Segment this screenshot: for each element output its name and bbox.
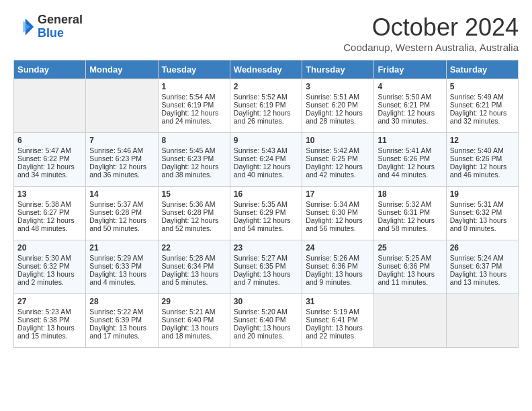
day-number: 16 [234,189,298,199]
day-info: Sunset: 6:25 PM [306,154,370,163]
calendar-week-row: 27Sunrise: 5:23 AMSunset: 6:38 PMDayligh… [14,294,519,348]
calendar-cell: 31Sunrise: 5:19 AMSunset: 6:41 PMDayligh… [302,294,374,348]
logo-icon [13,16,35,38]
day-info: Sunrise: 5:51 AM [306,93,370,101]
day-info: Sunset: 6:36 PM [378,262,442,270]
calendar-cell: 5Sunrise: 5:49 AMSunset: 6:21 PMDaylight… [446,79,518,133]
day-info: Sunset: 6:26 PM [450,154,515,163]
day-info: Daylight: 12 hours [89,216,154,224]
day-info: Daylight: 12 hours [162,109,226,117]
day-info: and 42 minutes. [306,171,370,179]
day-info: Daylight: 13 hours [89,270,154,278]
logo: General Blue [13,13,83,40]
day-info: Daylight: 12 hours [162,163,226,171]
day-info: Sunset: 6:40 PM [162,316,226,324]
day-info: Sunset: 6:22 PM [17,154,82,163]
day-info: Sunset: 6:28 PM [89,208,154,216]
calendar-table: SundayMondayTuesdayWednesdayThursdayFrid… [13,60,519,348]
calendar-cell: 2Sunrise: 5:52 AMSunset: 6:19 PMDaylight… [230,79,302,133]
calendar-cell: 23Sunrise: 5:27 AMSunset: 6:35 PMDayligh… [230,240,302,294]
day-info: Sunrise: 5:42 AM [306,146,370,154]
calendar-cell: 17Sunrise: 5:34 AMSunset: 6:30 PMDayligh… [302,187,374,240]
calendar-cell: 1Sunrise: 5:54 AMSunset: 6:19 PMDaylight… [158,79,230,133]
calendar-cell: 19Sunrise: 5:31 AMSunset: 6:32 PMDayligh… [446,187,518,240]
day-info: Sunrise: 5:52 AM [234,93,298,101]
day-number: 19 [450,189,515,199]
day-number: 26 [450,243,515,253]
day-info: and 28 minutes. [306,117,370,125]
calendar-cell: 7Sunrise: 5:46 AMSunset: 6:23 PMDaylight… [86,133,158,187]
day-info: Daylight: 12 hours [17,163,82,171]
calendar-cell: 6Sunrise: 5:47 AMSunset: 6:22 PMDaylight… [14,133,86,187]
calendar-cell: 13Sunrise: 5:38 AMSunset: 6:27 PMDayligh… [14,187,86,240]
calendar-cell: 30Sunrise: 5:20 AMSunset: 6:40 PMDayligh… [230,294,302,348]
day-info: Daylight: 13 hours [17,324,82,332]
day-info: Daylight: 12 hours [306,163,370,171]
day-number: 22 [162,243,226,253]
day-info: Sunrise: 5:20 AM [234,308,298,316]
day-number: 17 [306,189,370,199]
day-info: Sunset: 6:36 PM [306,262,370,270]
day-number: 4 [378,82,442,91]
day-info: Daylight: 13 hours [17,270,82,278]
title-block: October 2024 Coodanup, Western Australia… [343,13,519,53]
calendar-cell: 12Sunrise: 5:40 AMSunset: 6:26 PMDayligh… [446,133,518,187]
day-info: and 5 minutes. [162,278,226,286]
day-info: Sunrise: 5:49 AM [450,93,515,101]
day-number: 21 [89,243,154,253]
day-info: Sunset: 6:28 PM [162,208,226,216]
day-info: Sunset: 6:21 PM [378,101,442,109]
day-info: Sunrise: 5:50 AM [378,93,442,101]
day-number: 20 [17,243,82,253]
day-info: Daylight: 13 hours [162,270,226,278]
day-info: Sunrise: 5:40 AM [450,146,515,154]
day-info: and 54 minutes. [234,224,298,232]
calendar-cell: 14Sunrise: 5:37 AMSunset: 6:28 PMDayligh… [86,187,158,240]
day-info: Daylight: 13 hours [162,324,226,332]
day-info: and 36 minutes. [89,171,154,179]
day-info: Sunset: 6:34 PM [162,262,226,270]
day-number: 14 [89,189,154,199]
day-info: and 4 minutes. [89,278,154,286]
day-info: Sunset: 6:19 PM [162,101,226,109]
day-info: and 2 minutes. [17,278,82,286]
day-number: 9 [234,136,298,145]
day-info: and 44 minutes. [378,171,442,179]
calendar-cell: 29Sunrise: 5:21 AMSunset: 6:40 PMDayligh… [158,294,230,348]
day-number: 5 [450,82,515,91]
day-info: Sunset: 6:21 PM [450,101,515,109]
days-of-week-row: SundayMondayTuesdayWednesdayThursdayFrid… [14,60,519,79]
day-info: Daylight: 12 hours [162,216,226,224]
day-info: Sunset: 6:35 PM [234,262,298,270]
calendar-cell [86,79,158,133]
day-number: 8 [162,136,226,145]
day-number: 15 [162,189,226,199]
day-info: Sunrise: 5:24 AM [450,254,515,262]
day-info: Daylight: 12 hours [89,163,154,171]
day-info: Daylight: 12 hours [234,216,298,224]
day-info: Sunrise: 5:21 AM [162,308,226,316]
day-info: Sunrise: 5:47 AM [17,146,82,154]
day-info: Sunrise: 5:26 AM [306,254,370,262]
calendar-cell: 4Sunrise: 5:50 AMSunset: 6:21 PMDaylight… [374,79,446,133]
calendar-cell: 10Sunrise: 5:42 AMSunset: 6:25 PMDayligh… [302,133,374,187]
day-info: Sunrise: 5:32 AM [378,200,442,208]
day-info: Sunrise: 5:41 AM [378,146,442,154]
day-of-week-header: Sunday [14,60,86,79]
day-info: Sunset: 6:32 PM [450,208,515,216]
day-info: Daylight: 12 hours [17,216,82,224]
day-number: 3 [306,82,370,91]
day-info: and 24 minutes. [162,117,226,125]
calendar-week-row: 13Sunrise: 5:38 AMSunset: 6:27 PMDayligh… [14,187,519,240]
day-info: Sunset: 6:24 PM [234,154,298,163]
calendar-cell: 21Sunrise: 5:29 AMSunset: 6:33 PMDayligh… [86,240,158,294]
calendar-cell [14,79,86,133]
calendar-week-row: 20Sunrise: 5:30 AMSunset: 6:32 PMDayligh… [14,240,519,294]
day-of-week-header: Friday [374,60,446,79]
day-info: Sunset: 6:29 PM [234,208,298,216]
day-info: Sunrise: 5:30 AM [17,254,82,262]
day-info: Daylight: 13 hours [378,270,442,278]
day-info: Sunrise: 5:36 AM [162,200,226,208]
day-of-week-header: Saturday [446,60,518,79]
day-info: Daylight: 12 hours [306,216,370,224]
